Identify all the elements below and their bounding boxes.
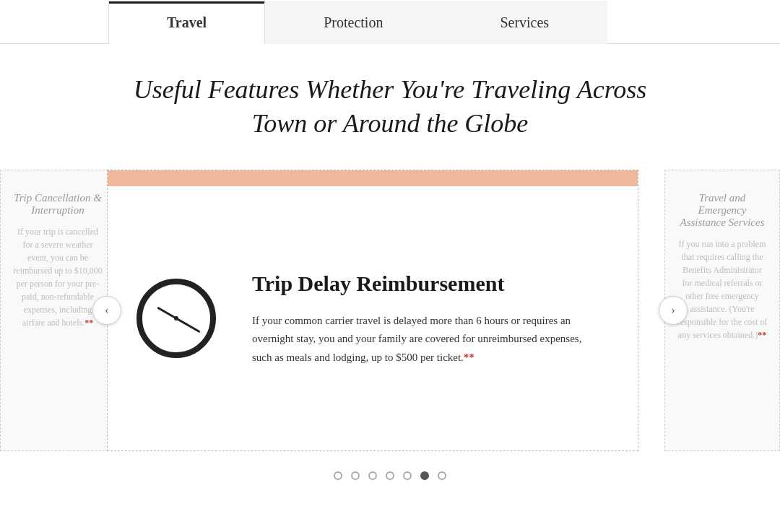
next-arrow-icon: ›: [671, 304, 675, 317]
tab-bar: Travel Protection Services: [0, 0, 780, 44]
headline: Useful Features Whether You're Traveling…: [130, 73, 650, 141]
clock-icon-wrapper: [136, 279, 216, 358]
main-card: Trip Delay Reimbursement If your common …: [107, 170, 638, 451]
dot-2[interactable]: [351, 471, 360, 480]
dots-container: [0, 471, 780, 480]
ghost-left-asterisk: **: [84, 318, 93, 328]
main-content: Useful Features Whether You're Traveling…: [0, 44, 780, 502]
dot-6[interactable]: [420, 471, 429, 480]
dot-7[interactable]: [438, 471, 446, 480]
ghost-right-asterisk: **: [758, 330, 766, 340]
ghost-right-text: If you run into a problem that requires …: [677, 237, 768, 341]
card-text-content: Trip Delay Reimbursement If your common …: [252, 269, 602, 367]
dot-5[interactable]: [403, 471, 412, 480]
ghost-left-title: Trip Cancellation & Interruption: [12, 192, 103, 217]
card-asterisk: **: [464, 352, 474, 363]
card-body: Trip Delay Reimbursement If your common …: [108, 186, 638, 450]
tab-services-label: Services: [500, 14, 549, 30]
card-title: Trip Delay Reimbursement: [252, 269, 602, 297]
tab-travel[interactable]: Travel: [108, 1, 265, 44]
dot-3[interactable]: [368, 471, 377, 480]
card-description: If your common carrier travel is delayed…: [252, 312, 602, 367]
card-top-bar: [108, 170, 638, 186]
dot-4[interactable]: [386, 471, 394, 480]
prev-arrow-icon: ‹: [105, 304, 108, 317]
ghost-left-text: If your trip is cancelled for a severe w…: [12, 225, 103, 329]
tab-travel-label: Travel: [167, 14, 207, 30]
clock-center: [174, 316, 178, 320]
tab-services[interactable]: Services: [441, 1, 607, 44]
clock-icon: [136, 279, 216, 358]
tab-protection[interactable]: Protection: [265, 1, 441, 44]
clock-hand-minute: [176, 317, 200, 333]
card-description-text: If your common carrier travel is delayed…: [252, 315, 581, 363]
ghost-right-title: Travel and Emergency Assistance Services: [677, 192, 768, 229]
slider-wrapper: Trip Cancellation & Interruption If your…: [0, 170, 780, 451]
prev-arrow[interactable]: ‹: [92, 296, 121, 325]
tab-protection-label: Protection: [324, 14, 383, 30]
next-arrow[interactable]: ›: [659, 296, 688, 325]
dot-1[interactable]: [334, 471, 342, 480]
